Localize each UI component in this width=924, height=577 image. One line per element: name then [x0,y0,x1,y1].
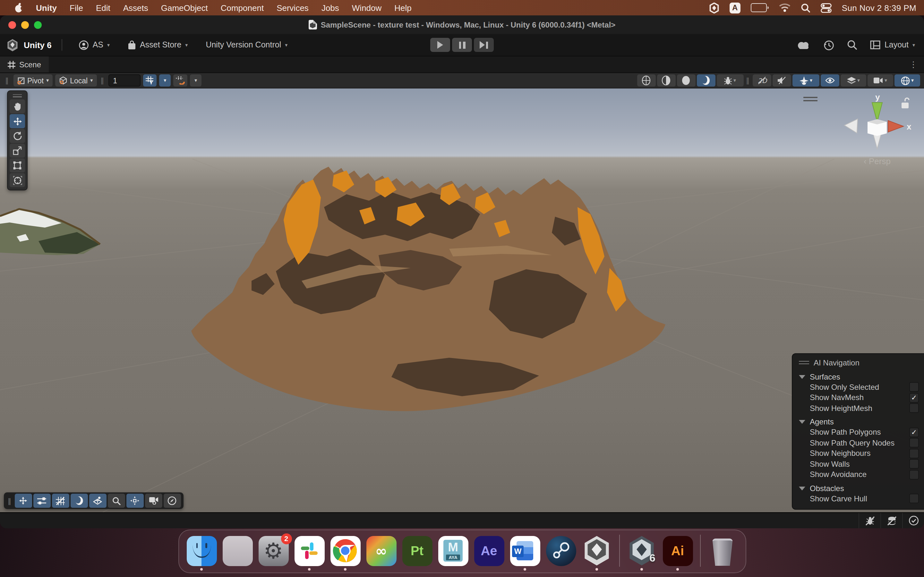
overlay-view-options-toggle[interactable] [33,494,50,508]
rect-tool[interactable] [10,158,25,172]
gizmos-dropdown[interactable]: ▾ [895,74,920,87]
version-control-dropdown[interactable]: Unity Version Control ▾ [199,40,294,49]
debug-draw-mode-dropdown[interactable]: ▾ [716,74,743,87]
tools-overlay-handle[interactable] [8,93,26,98]
unity-status-icon[interactable] [709,2,719,13]
show-carve-hull-checkbox[interactable] [909,494,919,504]
gizmo-overlay-handle[interactable] [803,95,817,103]
tool-handle-position-dropdown[interactable]: Pivot ▾ [13,74,53,87]
transform-tool[interactable] [10,173,25,187]
dock-app-settings[interactable]: ⚙ 2 [258,536,288,566]
tool-handle-rotation-dropdown[interactable]: Local ▾ [55,74,97,87]
toolbar-drag-handle-3[interactable]: ‖ [746,76,750,85]
toolbar-drag-handle-2[interactable]: ‖ [100,76,105,85]
play-button[interactable] [430,38,450,52]
section-agents[interactable]: Agents [799,417,919,427]
draw-mode-wireframe-button[interactable] [637,74,656,87]
move-tool[interactable] [10,114,25,128]
dock-app-creative-cloud[interactable]: ∞ [366,536,396,566]
dock-app-slack[interactable] [294,536,325,566]
draw-mode-unlit-button[interactable] [677,74,695,87]
show-heightmesh-checkbox[interactable] [909,404,919,413]
apple-menu[interactable] [8,3,29,13]
overlay-grid-toggle[interactable] [52,494,69,508]
account-dropdown[interactable]: AS ▾ [73,40,116,50]
overlays-toolbar-handle[interactable]: ‖ [8,496,12,505]
tab-options-kebab[interactable]: ⋮ [909,60,924,69]
spotlight-icon[interactable] [801,3,811,13]
asset-store-dropdown[interactable]: Asset Store ▾ [121,40,194,50]
show-path-polygons-checkbox[interactable]: ✓ [909,428,919,437]
dock-app-word[interactable]: W [510,536,540,566]
snap-increment-dropdown[interactable]: ▾ [190,74,202,87]
input-source-icon[interactable]: A [730,2,740,13]
dock-app-unity-hub[interactable] [582,536,612,566]
grid-snapping-dropdown[interactable]: ▾ [159,74,171,87]
scene-lighting-toggle[interactable] [696,74,715,87]
cache-server-status-button[interactable] [880,513,902,528]
menu-app-name[interactable]: Unity [29,3,63,13]
show-path-query-nodes-checkbox[interactable] [909,438,919,448]
effects-dropdown[interactable]: ▾ [792,74,819,87]
audio-mute-toggle[interactable] [772,74,791,87]
menu-file[interactable]: File [63,3,89,13]
menu-jobs[interactable]: Jobs [315,3,346,13]
section-surfaces[interactable]: Surfaces [799,372,919,382]
battery-icon[interactable] [751,3,769,12]
orientation-gizmo[interactable]: y x ‹ Persp [842,92,913,166]
search-icon[interactable] [847,40,858,50]
show-only-selected-checkbox[interactable] [909,382,919,392]
overlay-lighting-toggle[interactable] [70,494,87,508]
2d-view-toggle[interactable]: 2D [753,74,771,87]
cloud-services-icon[interactable] [797,40,811,49]
layout-dropdown[interactable]: Layout ▾ [871,40,915,49]
dock-app-steam[interactable] [546,536,576,566]
undo-history-icon[interactable] [824,39,835,50]
overlay-tools-toggle[interactable] [15,494,32,508]
dock-app-substance-painter[interactable]: Pt [402,536,432,566]
menu-gameobject[interactable]: GameObject [155,3,214,13]
menu-bar-clock[interactable]: Sun Nov 2 8:39 PM [842,3,916,13]
progress-status-button[interactable] [902,513,924,528]
tab-scene[interactable]: Scene [0,56,49,73]
dock-app-finder[interactable] [186,536,216,566]
menu-component[interactable]: Component [214,3,270,13]
menu-edit[interactable]: Edit [89,3,117,13]
toolbar-drag-handle[interactable]: ‖ [5,76,9,85]
menu-help[interactable]: Help [388,3,418,13]
dock-app-illustrator[interactable]: Ai [662,536,693,566]
menu-assets[interactable]: Assets [117,3,155,13]
camera-settings-dropdown[interactable]: ▾ [867,74,893,87]
grid-snapping-toggle[interactable]: Y [143,74,157,87]
show-avoidance-checkbox[interactable] [909,470,919,480]
menu-window[interactable]: Window [346,3,388,13]
overlay-orientation-toggle[interactable] [163,494,181,508]
overlay-camera-toggle[interactable] [145,494,162,508]
show-neighbours-checkbox[interactable] [909,449,919,458]
grid-size-input[interactable]: 1 [108,74,141,87]
projection-label[interactable]: ‹ Persp [842,156,913,166]
show-walls-checkbox[interactable] [909,459,919,469]
snap-increment-toggle[interactable] [173,74,187,87]
draw-mode-shaded-wireframe-button[interactable] [657,74,675,87]
section-obstacles[interactable]: Obstacles [799,483,919,493]
debugger-status-button[interactable] [859,513,880,528]
wifi-icon[interactable] [779,3,790,12]
dock-app-chrome[interactable] [330,536,360,566]
dock-trash[interactable] [708,536,738,566]
scale-tool[interactable] [10,143,25,158]
dock-app-unity6[interactable]: 6 [627,536,657,566]
dock-app-maya[interactable]: M AYA [438,536,468,566]
overlay-navmesh-toggle[interactable] [89,494,106,508]
pause-button[interactable] [452,38,472,52]
step-button[interactable] [474,38,494,52]
scene-visibility-toggle[interactable] [821,74,839,87]
dock-app-launchpad[interactable] [222,536,252,566]
scene-viewport[interactable]: y x ‹ Persp ‖ [0,89,924,512]
control-center-icon[interactable] [821,3,832,13]
overlay-search-toggle[interactable] [107,494,125,508]
view-hand-tool[interactable] [10,99,25,113]
rotate-tool[interactable] [10,129,25,143]
menu-services[interactable]: Services [270,3,315,13]
ai-navigation-handle[interactable] [799,359,809,366]
